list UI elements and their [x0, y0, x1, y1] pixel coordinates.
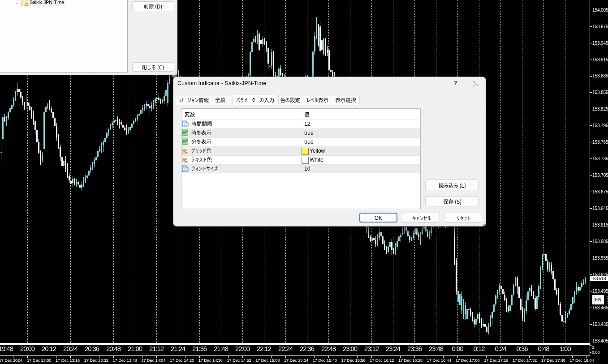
- svg-text:154.005: 154.005: [592, 8, 608, 13]
- svg-text:17 Dec 14:52: 17 Dec 14:52: [227, 358, 251, 363]
- svg-text:153.645: 153.645: [592, 206, 608, 211]
- svg-text:21:12: 21:12: [149, 345, 164, 352]
- svg-text:17 Dec 18:04: 17 Dec 18:04: [569, 358, 594, 363]
- svg-text:17 Dec 16:12: 17 Dec 16:12: [370, 358, 394, 363]
- svg-text:22:48: 22:48: [321, 345, 336, 352]
- svg-text:20:36: 20:36: [85, 345, 99, 352]
- svg-text:153.555: 153.555: [592, 256, 608, 261]
- svg-text:17 Dec 14:04: 17 Dec 14:04: [141, 358, 165, 363]
- svg-text:153.795: 153.795: [592, 123, 608, 128]
- svg-text:22:24: 22:24: [278, 345, 293, 352]
- svg-text:23:36: 23:36: [407, 345, 422, 352]
- svg-text:0:36: 0:36: [517, 345, 528, 352]
- svg-text:21:00: 21:00: [128, 345, 142, 352]
- svg-text:153.855: 153.855: [592, 90, 608, 95]
- svg-text:0:48: 0:48: [538, 345, 550, 352]
- svg-text:23:12: 23:12: [364, 345, 379, 352]
- svg-text:2: 2: [592, 345, 594, 350]
- svg-text:17 Dec 15:24: 17 Dec 15:24: [284, 358, 308, 363]
- svg-text:17 Dec 15:08: 17 Dec 15:08: [255, 358, 280, 363]
- svg-text:17 Dec 17:16: 17 Dec 17:16: [484, 358, 508, 363]
- svg-text:20:24: 20:24: [63, 345, 78, 352]
- svg-text:19:48: 19:48: [0, 345, 13, 352]
- svg-text:0:00: 0:00: [452, 345, 464, 352]
- svg-text:17 Dec 15:40: 17 Dec 15:40: [313, 358, 337, 363]
- svg-text:153.885: 153.885: [592, 73, 608, 78]
- svg-text:17 Dec 16:44: 17 Dec 16:44: [427, 358, 451, 363]
- svg-text:17 Dec 14:36: 17 Dec 14:36: [198, 358, 223, 363]
- svg-text:17 Dec 16:28: 17 Dec 16:28: [398, 358, 423, 363]
- svg-text:153.975: 153.975: [592, 24, 608, 29]
- svg-text:153.765: 153.765: [592, 140, 608, 145]
- svg-text:23:24: 23:24: [386, 345, 401, 352]
- svg-text:153.825: 153.825: [592, 107, 608, 111]
- svg-text:17 Dec 14:20: 17 Dec 14:20: [170, 358, 194, 363]
- svg-text:22:12: 22:12: [257, 345, 272, 352]
- svg-text:20:12: 20:12: [42, 345, 56, 352]
- svg-text:153.675: 153.675: [592, 189, 608, 194]
- svg-text:153.435: 153.435: [592, 322, 608, 327]
- svg-text:21:24: 21:24: [171, 345, 185, 352]
- svg-text:17 Dec 2024: 17 Dec 2024: [0, 358, 22, 363]
- svg-text:153.615: 153.615: [592, 223, 608, 227]
- svg-text:20:00: 20:00: [20, 345, 35, 352]
- svg-text:123: 123: [183, 167, 189, 171]
- svg-text:153.915: 153.915: [592, 57, 608, 62]
- svg-text:1:00: 1:00: [560, 345, 571, 352]
- svg-text:17 Dec 17:32: 17 Dec 17:32: [513, 358, 537, 363]
- svg-text:23:00: 23:00: [343, 345, 358, 352]
- svg-text:153.735: 153.735: [592, 156, 608, 161]
- svg-text:21:48: 21:48: [214, 345, 229, 352]
- svg-text:0:12: 0:12: [474, 345, 485, 352]
- svg-text:0:24: 0:24: [495, 345, 507, 352]
- svg-text:153.945: 153.945: [592, 41, 608, 46]
- svg-text:153.495: 153.495: [592, 289, 608, 294]
- svg-text:17 Dec 17:00: 17 Dec 17:00: [455, 358, 479, 363]
- svg-text:20:48: 20:48: [106, 345, 121, 352]
- svg-text:17 Dec 13:00: 17 Dec 13:00: [27, 358, 51, 363]
- svg-text:21:36: 21:36: [192, 345, 207, 352]
- svg-text:17 Dec 13:16: 17 Dec 13:16: [56, 358, 80, 363]
- svg-text:23:48: 23:48: [429, 345, 444, 352]
- svg-text:153.585: 153.585: [592, 239, 608, 244]
- svg-text:0,00: 0,00: [592, 350, 600, 355]
- svg-text:153.705: 153.705: [592, 173, 608, 178]
- svg-text:17 Dec 17:48: 17 Dec 17:48: [541, 358, 565, 363]
- svg-text:17 Dec 13:32: 17 Dec 13:32: [84, 358, 108, 363]
- svg-text:123: 123: [183, 122, 189, 126]
- svg-text:17 Dec 13:48: 17 Dec 13:48: [113, 358, 137, 363]
- svg-text:22:36: 22:36: [300, 345, 315, 352]
- svg-text:22:00: 22:00: [235, 345, 250, 352]
- svg-text:153.465: 153.465: [592, 305, 608, 310]
- svg-text:153.405: 153.405: [592, 338, 608, 343]
- svg-text:17 Dec 15:56: 17 Dec 15:56: [341, 358, 365, 363]
